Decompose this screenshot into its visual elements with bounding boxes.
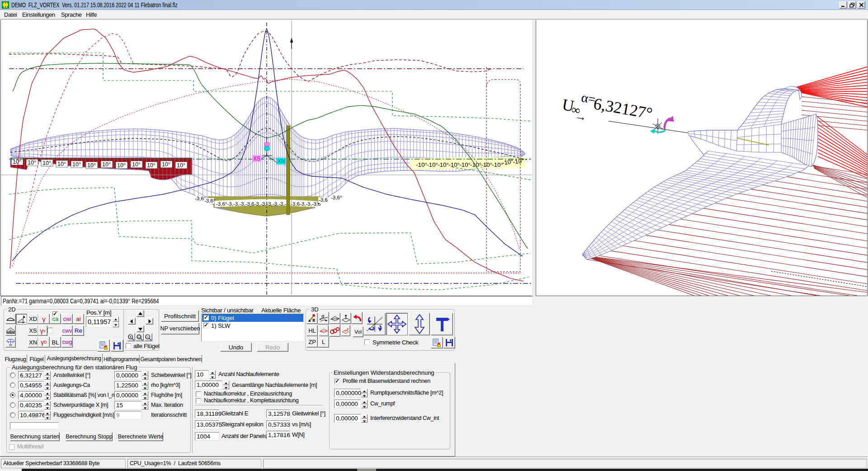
svg-text:10°: 10°	[102, 161, 111, 168]
svg-text:10°: 10°	[132, 161, 141, 168]
svg-text:-10°: -10°	[438, 161, 449, 168]
svg-text:→: →	[574, 109, 588, 124]
svg-text:❍: ❍	[137, 334, 141, 339]
svg-text:10°: 10°	[177, 162, 185, 169]
svg-text:XS: XS	[253, 155, 260, 162]
svg-text:10°: 10°	[72, 161, 81, 168]
svg-text:-3,6°-3,-3,-3,-3,6-3,-3,-3,-3,: -3,6°-3,-3,-3,-3,6-3,-3,-3,-3,-3,-3,-3,6…	[216, 201, 321, 207]
svg-text:10°: 10°	[57, 161, 66, 167]
svg-text:-10°: -10°	[459, 161, 471, 168]
svg-text:-3,6: -3,6	[319, 197, 328, 203]
svg-text:-3,6°: -3,6°	[204, 198, 215, 203]
svg-text:+: +	[129, 334, 132, 339]
svg-text:-10°: -10°	[470, 161, 481, 168]
svg-text:−: −	[146, 334, 149, 339]
svg-text:10°: 10°	[117, 162, 126, 169]
svg-text:-10°: -10°	[416, 161, 427, 168]
svg-text:10°: 10°	[87, 162, 96, 169]
svg-text:XN: XN	[278, 158, 285, 165]
svg-text:10°: 10°	[162, 161, 170, 168]
svg-text:-10°: -10°	[492, 161, 503, 168]
svg-text:-3,6°: -3,6°	[331, 195, 342, 200]
svg-text:α: α	[321, 313, 325, 319]
svg-text:10°: 10°	[28, 160, 36, 166]
svg-text:-10°: -10°	[448, 161, 460, 168]
svg-text:10°: 10°	[42, 160, 51, 166]
svg-text:6,32127°: 6,32127°	[592, 94, 654, 122]
svg-text:-10°: -10°	[427, 161, 438, 168]
svg-text:10°: 10°	[13, 159, 21, 165]
svg-text:10°: 10°	[147, 162, 156, 169]
